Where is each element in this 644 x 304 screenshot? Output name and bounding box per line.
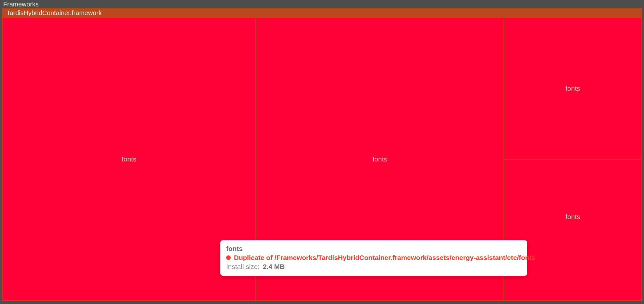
breadcrumb-root[interactable]: Frameworks	[0, 0, 644, 8]
app-root: Frameworks TardisHybridContainer.framewo…	[0, 0, 644, 304]
breadcrumb-child[interactable]: TardisHybridContainer.framework	[2, 8, 642, 17]
breadcrumb-root-label: Frameworks	[3, 1, 39, 8]
treemap-cell-label: fonts	[565, 85, 580, 92]
breadcrumb-child-label: TardisHybridContainer.framework	[6, 9, 102, 17]
treemap-grid: fonts fonts fonts fonts	[3, 18, 641, 300]
treemap-cell[interactable]: fonts	[504, 160, 641, 300]
treemap-cell[interactable]: fonts	[256, 18, 504, 300]
treemap-cell[interactable]: fonts	[3, 18, 255, 300]
treemap-column: fonts fonts	[504, 18, 641, 300]
treemap-cell-label: fonts	[372, 155, 387, 163]
treemap: fonts fonts fonts fonts fonts Duplicate …	[2, 17, 642, 301]
treemap-cell-label: fonts	[122, 155, 137, 163]
treemap-cell-label: fonts	[565, 213, 580, 221]
treemap-cell[interactable]: fonts	[504, 18, 641, 159]
